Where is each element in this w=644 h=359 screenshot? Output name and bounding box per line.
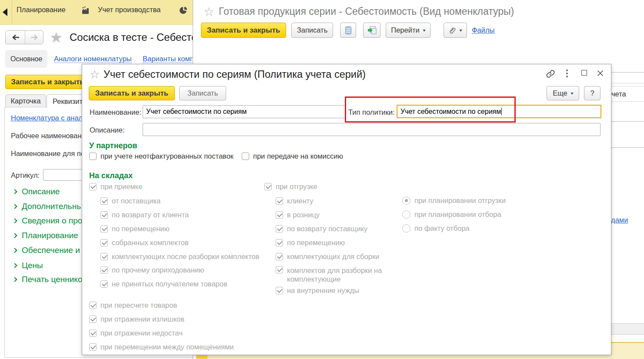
analog-nomenclature-link[interactable]: Номенклатура с анал: [11, 114, 83, 122]
checkbox-components-for-assembly[interactable]: комплектующих для сборки: [276, 253, 379, 261]
checkbox[interactable]: [89, 302, 97, 309]
checkbox[interactable]: [89, 153, 97, 160]
checkbox[interactable]: [276, 211, 283, 219]
checkbox-shipment-transfer[interactable]: по перемещению: [276, 239, 345, 247]
checkbox-retail[interactable]: в розницу: [276, 211, 320, 219]
checkbox-label: по прочему оприходованию: [112, 266, 204, 274]
history-nav: [5, 30, 43, 44]
checkbox[interactable]: [100, 253, 108, 260]
checkbox[interactable]: [89, 183, 97, 190]
pie-chart-icon[interactable]: [179, 6, 188, 15]
nav-back-button[interactable]: [6, 31, 25, 44]
checkbox[interactable]: [276, 197, 283, 205]
right-save-close-button[interactable]: Записать и закрыть: [201, 23, 286, 38]
radio-button[interactable]: [402, 196, 410, 205]
radio-button[interactable]: [402, 224, 410, 233]
close-icon[interactable]: [597, 70, 604, 76]
checkbox-assembled-kits[interactable]: собранных комплектов: [100, 239, 189, 247]
checkbox-supplier-return[interactable]: по возврату поставщику: [276, 225, 367, 233]
section-planning[interactable]: Планирование: [13, 231, 78, 240]
form-line: [608, 83, 644, 83]
form-link-fragment[interactable]: дами: [611, 216, 628, 224]
checkbox-on-shipment[interactable]: при отгрузке: [264, 183, 317, 191]
dialog-save-close-button[interactable]: Записать и закрыть: [89, 86, 175, 100]
checkbox[interactable]: [276, 239, 283, 246]
checkbox[interactable]: [100, 239, 108, 246]
dialog-help-button[interactable]: ?: [584, 86, 601, 100]
radio-shipment-planning[interactable]: при планировании отгрузки: [402, 196, 506, 205]
taskbar-tab-production[interactable]: Учет производства: [98, 6, 161, 14]
name-input[interactable]: Учет себестоимости по сериям: [143, 105, 346, 118]
taskbar-tab-planning[interactable]: Планирование: [17, 6, 66, 14]
checkbox-not-accepted-goods[interactable]: не принятых получателем товаров: [100, 280, 227, 288]
section-supply[interactable]: Обеспечение и: [13, 246, 80, 255]
checkbox-label: при пересчете товаров: [100, 301, 177, 309]
radio-selection-fact[interactable]: по факту отбора: [402, 224, 470, 233]
panel-left-border: [4, 107, 5, 357]
checkbox-surplus-reflection[interactable]: при отражении излишков: [89, 315, 184, 323]
checkbox-other-receipt[interactable]: по прочему оприходованию: [100, 266, 204, 274]
section-label: Планирование: [22, 231, 78, 240]
nav-tab-main[interactable]: Основное: [5, 50, 47, 68]
checkbox[interactable]: [100, 197, 108, 205]
dialog-more-button[interactable]: Еще ▾: [547, 86, 579, 100]
right-window-star-icon[interactable]: ☆: [204, 5, 214, 19]
checkbox[interactable]: [276, 287, 283, 294]
checkbox[interactable]: [264, 183, 272, 190]
section-description[interactable]: Описание: [13, 187, 60, 196]
get-link-icon[interactable]: [546, 69, 555, 79]
checkbox-by-transfer[interactable]: по перемещению: [100, 225, 170, 233]
checkbox[interactable]: [100, 266, 108, 274]
left-save-close-button[interactable]: Записать и закрыть: [5, 75, 90, 89]
checkbox-internal-needs[interactable]: на внутренние нужды: [276, 286, 359, 295]
checkbox[interactable]: [276, 266, 283, 273]
checkbox[interactable]: [100, 225, 108, 233]
checkbox[interactable]: [100, 211, 108, 219]
radio-selection-planning[interactable]: при планировании отбора: [402, 210, 501, 219]
nav-forward-button[interactable]: [25, 31, 44, 44]
nav-tab-variants[interactable]: Варианты комп.: [143, 55, 196, 63]
report-structure-button[interactable]: [340, 23, 356, 38]
checkbox-move-between-premises[interactable]: при перемещении между помещениями: [89, 343, 234, 351]
radio-button[interactable]: [402, 210, 410, 219]
checkbox-kits-for-disassembly[interactable]: комплектов для разборки на комплектующие: [276, 266, 397, 283]
taskbar-back-icon[interactable]: [3, 8, 7, 16]
checkbox[interactable]: [89, 316, 97, 323]
goto-button[interactable]: Перейти ▾: [386, 23, 430, 38]
checkbox[interactable]: [89, 343, 97, 351]
checkbox-on-receipt[interactable]: при приемке: [89, 183, 142, 191]
section-product-info[interactable]: Сведения о про: [13, 216, 82, 226]
chevron-right-icon: [12, 204, 17, 209]
section-price-tags[interactable]: Печать ценнико: [13, 275, 82, 284]
copy-element-button[interactable]: [363, 23, 380, 38]
checkbox-from-supplier[interactable]: от поставщика: [100, 197, 160, 205]
checkbox-label: по перемещению: [112, 225, 170, 233]
checkbox-shortage-reflection[interactable]: при отражении недостач: [89, 329, 183, 337]
checkbox-goods-recount[interactable]: при пересчете товаров: [89, 301, 177, 309]
description-label: Описание:: [90, 126, 125, 134]
files-link[interactable]: Файлы: [472, 26, 494, 34]
description-input[interactable]: [143, 123, 601, 136]
checkbox[interactable]: [276, 253, 283, 260]
more-dots-icon[interactable]: [565, 69, 569, 79]
nav-tab-analogs[interactable]: Аналоги номенклатуры: [54, 55, 132, 63]
section-prices[interactable]: Цены: [13, 261, 43, 270]
right-save-button[interactable]: Записать: [291, 23, 333, 38]
maximize-icon[interactable]: [581, 70, 587, 76]
checkbox-commission-transfer[interactable]: при передаче на комиссию: [242, 152, 343, 160]
checkbox[interactable]: [89, 329, 97, 337]
checkbox[interactable]: [276, 225, 283, 233]
dialog-star-icon[interactable]: ☆: [90, 68, 100, 81]
checkbox[interactable]: [242, 153, 249, 160]
favorite-star-icon[interactable]: ★: [50, 29, 63, 46]
checkbox-to-client[interactable]: клиенту: [276, 197, 314, 205]
checkbox-client-return[interactable]: по возврату от клиента: [100, 211, 189, 219]
checkbox-unbilled-deliveries[interactable]: при учете неотфактурованных поставок: [89, 152, 234, 160]
checkbox-components-after-disassembly[interactable]: комплектующих после разборки комплектов: [100, 253, 260, 261]
attachments-button[interactable]: ▾: [444, 23, 467, 38]
section-additional[interactable]: Дополнительнь: [13, 202, 81, 211]
dialog-save-button[interactable]: Записать: [179, 86, 226, 100]
tab-card[interactable]: Карточка: [5, 94, 46, 107]
section-label: Цены: [22, 261, 43, 270]
checkbox[interactable]: [100, 280, 108, 288]
